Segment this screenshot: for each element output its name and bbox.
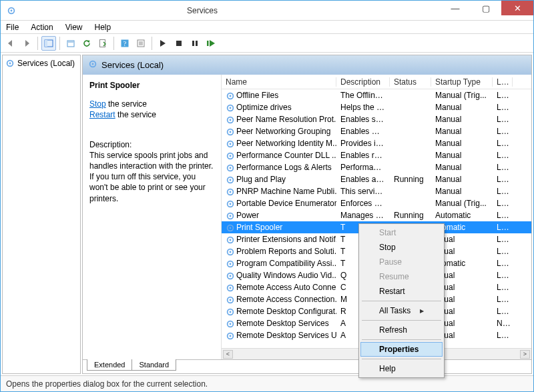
- export-list-button[interactable]: [95, 36, 110, 51]
- close-button[interactable]: ✕: [501, 1, 533, 15]
- service-row[interactable]: PowerManages p...RunningAutomaticLoc: [222, 209, 531, 221]
- gear-icon: [226, 139, 234, 148]
- stop-link[interactable]: Stop: [89, 99, 106, 109]
- export-button[interactable]: [63, 36, 78, 51]
- col-desc[interactable]: Description: [336, 77, 390, 87]
- service-logon: Loc: [493, 331, 513, 340]
- description-block: Description: This service spools print j…: [89, 139, 214, 204]
- start-service-button[interactable]: [156, 36, 170, 51]
- properties-icon[interactable]: [134, 36, 148, 51]
- service-startup: Manual: [431, 151, 493, 160]
- service-row[interactable]: Performance Counter DLL ...Enables rem..…: [222, 149, 531, 161]
- gear-icon: [226, 91, 234, 100]
- service-desc: Enables a c...: [336, 175, 390, 184]
- svg-rect-13: [176, 41, 182, 46]
- toolbar-separator: [59, 37, 60, 50]
- content-pane: Services (Local) Print Spooler Stop the …: [82, 55, 532, 374]
- service-name: Peer Networking Identity M...: [236, 139, 336, 148]
- service-logon: Loc: [493, 187, 513, 196]
- col-name[interactable]: Name: [222, 77, 336, 87]
- menu-file[interactable]: File: [5, 21, 20, 33]
- service-row[interactable]: Peer Networking GroupingEnables mul...Ma…: [222, 125, 531, 137]
- refresh-button[interactable]: [79, 36, 94, 51]
- service-logon: Loc: [493, 259, 513, 268]
- ctx-help[interactable]: Help: [360, 361, 443, 376]
- service-row[interactable]: Plug and PlayEnables a c...RunningManual…: [222, 173, 531, 185]
- scroll-left-button[interactable]: <: [223, 350, 233, 359]
- tab-extended[interactable]: Extended: [87, 359, 132, 371]
- svg-marker-17: [210, 40, 215, 47]
- gear-icon: [226, 199, 234, 208]
- service-logon: Loc: [493, 307, 513, 316]
- svg-point-19: [9, 63, 11, 65]
- minimize-button[interactable]: —: [440, 1, 471, 15]
- service-name: Printer Extensions and Notif...: [236, 235, 336, 244]
- svg-point-35: [230, 167, 232, 169]
- tab-standard[interactable]: Standard: [131, 359, 176, 371]
- col-status[interactable]: Status: [390, 77, 431, 87]
- stop-service-button[interactable]: [172, 36, 186, 51]
- tree-item-label: Services (Local): [17, 59, 75, 68]
- gear-icon: [226, 259, 234, 268]
- menu-view[interactable]: View: [64, 21, 84, 33]
- col-startup[interactable]: Startup Type: [431, 77, 493, 87]
- ctx-restart[interactable]: Restart: [360, 284, 443, 299]
- service-desc: Enables serv...: [336, 115, 390, 124]
- svg-text:?: ?: [123, 40, 127, 47]
- selected-service-name: Print Spooler: [89, 80, 214, 91]
- col-logon[interactable]: Log: [493, 77, 513, 87]
- ctx-properties[interactable]: Properties: [360, 342, 443, 357]
- restart-link[interactable]: Restart: [89, 110, 115, 119]
- ctx-start[interactable]: Start: [360, 225, 443, 240]
- service-row[interactable]: Performance Logs & AlertsPerformanc...Ma…: [222, 161, 531, 173]
- gear-icon: [226, 175, 234, 184]
- svg-rect-14: [192, 41, 194, 46]
- service-row[interactable]: Peer Name Resolution Prot...Enables serv…: [222, 113, 531, 125]
- tree-pane: Services (Local): [2, 55, 81, 374]
- service-logon: Loc: [493, 235, 513, 244]
- service-logon: Loc: [493, 139, 513, 148]
- gear-icon: [226, 295, 234, 304]
- scroll-right-button[interactable]: >: [520, 350, 530, 359]
- gear-icon: [226, 223, 234, 232]
- service-name: Remote Desktop Services: [236, 319, 329, 328]
- ctx-separator: [362, 320, 441, 321]
- service-startup: Manual (Trig...: [431, 91, 493, 100]
- content-body: Print Spooler Stop the service Restart t…: [83, 75, 531, 359]
- ctx-stop[interactable]: Stop: [360, 240, 443, 255]
- service-name: Portable Device Enumerator...: [236, 199, 336, 208]
- service-logon: Loc: [493, 103, 513, 112]
- svg-point-57: [230, 299, 232, 301]
- menu-action[interactable]: Action: [29, 21, 54, 33]
- maximize-button[interactable]: ▢: [471, 1, 501, 15]
- ctx-resume[interactable]: Resume: [360, 269, 443, 284]
- service-row[interactable]: Peer Networking Identity M...Provides id…: [222, 137, 531, 149]
- description-text: This service spools print jobs and handl…: [89, 150, 214, 204]
- tree-item-services-local[interactable]: Services (Local): [4, 58, 79, 69]
- service-row[interactable]: Offline FilesThe Offline ...Manual (Trig…: [222, 89, 531, 101]
- service-logon: Loc: [493, 115, 513, 124]
- pause-service-button[interactable]: [188, 36, 202, 51]
- service-row[interactable]: PNRP Machine Name Publi...This service .…: [222, 185, 531, 197]
- svg-point-29: [230, 131, 232, 133]
- menu-help[interactable]: Help: [93, 21, 113, 33]
- show-hide-tree-button[interactable]: [41, 36, 56, 51]
- ctx-refresh[interactable]: Refresh: [360, 323, 443, 337]
- service-row[interactable]: Portable Device Enumerator...Enforces gr…: [222, 197, 531, 209]
- service-name: Quality Windows Audio Vid...: [236, 271, 336, 280]
- ctx-all-tasks[interactable]: All Tasks: [360, 303, 443, 318]
- help-button[interactable]: ?: [117, 36, 132, 51]
- svg-point-55: [230, 287, 232, 289]
- toolbar-separator: [113, 37, 114, 50]
- service-logon: Loc: [493, 211, 513, 220]
- gear-icon: [226, 307, 234, 316]
- restart-service-button[interactable]: [204, 36, 218, 51]
- forward-button[interactable]: [19, 36, 34, 51]
- svg-point-47: [230, 239, 232, 241]
- gear-icon: [226, 247, 234, 256]
- service-desc: Enforces gr...: [336, 199, 390, 208]
- back-button[interactable]: [3, 36, 18, 51]
- service-row[interactable]: Optimize drivesHelps the c...ManualLoc: [222, 101, 531, 113]
- ctx-pause[interactable]: Pause: [360, 255, 443, 269]
- svg-point-63: [230, 335, 232, 337]
